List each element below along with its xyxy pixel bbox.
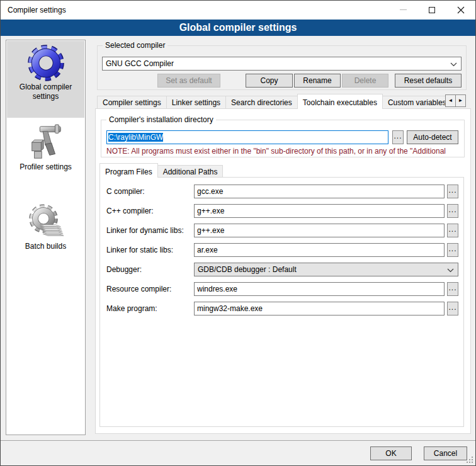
close-icon bbox=[457, 6, 465, 14]
selected-compiler-group: Selected compiler GNU GCC Compiler Set a… bbox=[97, 45, 467, 90]
window-title: Compiler settings bbox=[8, 6, 66, 14]
cpp-compiler-input[interactable] bbox=[194, 204, 445, 218]
maximize-button[interactable] bbox=[417, 1, 446, 19]
make-program-row: Make program: ... bbox=[100, 302, 463, 315]
settings-category-list: Global compiler settings Profiler settin… bbox=[6, 40, 86, 435]
auto-detect-button[interactable]: Auto-detect bbox=[407, 130, 458, 144]
minimize-button[interactable] bbox=[388, 1, 417, 19]
installation-directory-legend: Compiler's installation directory bbox=[106, 115, 216, 124]
static-linker-browse-button[interactable]: ... bbox=[447, 243, 458, 257]
selected-path-text: C:\raylib\MinGW bbox=[108, 133, 163, 142]
caliper-icon bbox=[26, 123, 65, 162]
rename-button[interactable]: Rename bbox=[294, 74, 341, 88]
c-compiler-label: C compiler: bbox=[106, 185, 145, 198]
tab-compiler-settings[interactable]: Compiler settings bbox=[97, 96, 167, 109]
tab-scroll-left-button[interactable]: ◄ bbox=[445, 94, 456, 107]
sidebar-item-global-compiler-settings[interactable]: Global compiler settings bbox=[7, 41, 84, 118]
tab-search-directories[interactable]: Search directories bbox=[225, 96, 298, 109]
set-as-default-button: Set as default bbox=[157, 74, 220, 88]
ok-button[interactable]: OK bbox=[370, 446, 412, 460]
blue-gear-icon bbox=[26, 43, 65, 82]
chevron-down-icon bbox=[450, 62, 457, 67]
sidebar-item-label: Profiler settings bbox=[11, 162, 81, 172]
compiler-settings-dialog: Compiler settings Global compiler settin… bbox=[0, 0, 476, 466]
tab-toolchain-executables[interactable]: Toolchain executables bbox=[297, 94, 383, 109]
sidebar-item-label: Batch builds bbox=[11, 242, 81, 251]
tab-program-files[interactable]: Program Files bbox=[99, 163, 158, 178]
program-files-page: C compiler: ... C++ compiler: ... Linker… bbox=[99, 177, 464, 427]
static-linker-row: Linker for static libs: ... bbox=[100, 243, 463, 257]
compiler-select-value: GNU GCC Compiler bbox=[106, 59, 174, 68]
c-compiler-browse-button[interactable]: ... bbox=[447, 185, 458, 198]
cpp-compiler-row: C++ compiler: ... bbox=[100, 204, 463, 218]
c-compiler-row: C compiler: ... bbox=[100, 185, 463, 198]
reset-defaults-button[interactable]: Reset defaults bbox=[395, 74, 462, 88]
resource-compiler-input[interactable] bbox=[194, 282, 445, 296]
directory-browse-button[interactable]: ... bbox=[392, 130, 404, 144]
bin-subdirectory-note: NOTE: All programs must exist either in … bbox=[106, 147, 463, 156]
maximize-icon bbox=[429, 7, 435, 13]
installation-directory-group: Compiler's installation directory C:\ray… bbox=[101, 120, 465, 157]
debugger-row: Debugger: GDB/CDB debugger : Default bbox=[100, 263, 463, 276]
chevron-down-icon bbox=[447, 268, 454, 273]
static-linker-label: Linker for static libs: bbox=[106, 243, 173, 257]
cpp-compiler-browse-button[interactable]: ... bbox=[447, 204, 458, 218]
footer-divider bbox=[1, 440, 475, 441]
resource-compiler-row: Resource compiler: ... bbox=[100, 282, 463, 296]
make-program-label: Make program: bbox=[106, 302, 157, 315]
dynamic-linker-row: Linker for dynamic libs: ... bbox=[100, 224, 463, 237]
c-compiler-input[interactable] bbox=[194, 185, 445, 198]
tab-scroll-arrows: ◄ ► bbox=[445, 94, 465, 107]
installation-directory-input[interactable]: C:\raylib\MinGW bbox=[106, 130, 388, 144]
selected-compiler-legend: Selected compiler bbox=[103, 41, 167, 50]
dynamic-linker-input[interactable] bbox=[194, 224, 445, 237]
compiler-select[interactable]: GNU GCC Compiler bbox=[102, 57, 462, 71]
tab-scroll-right-button[interactable]: ► bbox=[455, 94, 466, 107]
resource-compiler-browse-button[interactable]: ... bbox=[447, 282, 458, 296]
tab-additional-paths[interactable]: Additional Paths bbox=[157, 165, 224, 178]
make-program-browse-button[interactable]: ... bbox=[447, 302, 458, 315]
debugger-select[interactable]: GDB/CDB debugger : Default bbox=[194, 263, 458, 276]
debugger-label: Debugger: bbox=[106, 263, 142, 276]
settings-tab-bar: Compiler settings Linker settings Search… bbox=[97, 94, 445, 109]
minimize-icon bbox=[400, 9, 407, 10]
resize-grip[interactable] bbox=[466, 456, 473, 463]
sidebar-item-batch-builds[interactable]: Batch builds bbox=[7, 202, 84, 264]
program-files-tab-bar: Program Files Additional Paths bbox=[99, 163, 452, 178]
tab-custom-variables[interactable]: Custom variables bbox=[382, 96, 445, 109]
dynamic-linker-label: Linker for dynamic libs: bbox=[106, 224, 184, 237]
copy-button[interactable]: Copy bbox=[246, 74, 293, 88]
cancel-button[interactable]: Cancel bbox=[424, 446, 467, 460]
sidebar-item-profiler-settings[interactable]: Profiler settings bbox=[7, 122, 84, 190]
static-linker-input[interactable] bbox=[194, 243, 445, 257]
cpp-compiler-label: C++ compiler: bbox=[106, 204, 154, 218]
resource-compiler-label: Resource compiler: bbox=[106, 282, 171, 296]
page-title: Global compiler settings bbox=[1, 20, 475, 36]
tab-linker-settings[interactable]: Linker settings bbox=[166, 96, 226, 109]
debugger-select-value: GDB/CDB debugger : Default bbox=[198, 265, 297, 274]
close-button[interactable] bbox=[446, 1, 475, 19]
dynamic-linker-browse-button[interactable]: ... bbox=[447, 224, 458, 237]
gray-gear-stack-icon bbox=[26, 203, 65, 242]
make-program-input[interactable] bbox=[194, 302, 445, 315]
delete-button: Delete bbox=[342, 74, 388, 88]
sidebar-item-label: Global compiler settings bbox=[11, 82, 81, 101]
toolchain-executables-page: Compiler's installation directory C:\ray… bbox=[95, 108, 471, 434]
